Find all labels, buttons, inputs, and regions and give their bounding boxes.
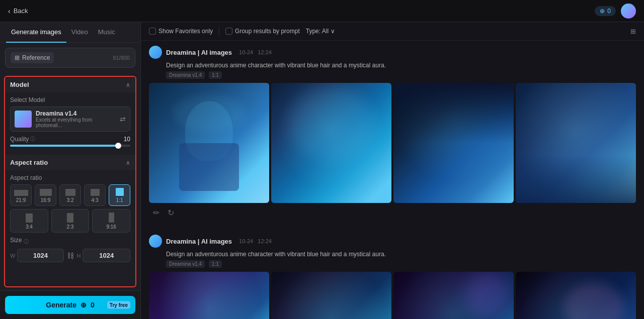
image-icon: ⊞ — [15, 54, 20, 61]
session-2-placeholder-2 — [271, 272, 391, 319]
ar-4-3-label: 4:3 — [92, 197, 99, 203]
ar-16-9[interactable]: 16:9 — [35, 184, 56, 206]
quality-value: 10 — [124, 136, 130, 143]
coin-icon: ⊕ — [600, 8, 605, 15]
ar-3-4-label: 3:4 — [26, 224, 33, 230]
session-1-image-grid — [149, 83, 636, 203]
generate-coins: 0 — [91, 301, 95, 309]
ar-1-1-shape — [116, 188, 124, 196]
session-1-image-2[interactable] — [271, 83, 391, 203]
ar-9-16-shape — [109, 212, 114, 223]
aspect-section-body: Aspect ratio 21:9 16:9 3:2 — [5, 170, 135, 266]
top-navigation: ‹ Back ⊕ 0 — [0, 0, 644, 22]
height-group: H 1024 — [77, 249, 131, 262]
ar-4-3[interactable]: 4:3 — [84, 184, 106, 206]
group-results-filter[interactable]: Group results by prompt — [225, 28, 300, 35]
nav-right: ⊕ 0 — [595, 4, 636, 19]
tab-music[interactable]: Music — [93, 22, 120, 43]
session-1-image-1[interactable] — [149, 83, 269, 203]
ar-9-16-label: 9:16 — [106, 224, 116, 230]
tab-generate-images[interactable]: Generate images — [6, 22, 66, 43]
reference-button[interactable]: ⊞ Reference — [11, 52, 54, 63]
aspect-ratio-label: Aspect ratio — [10, 174, 130, 181]
link-icon[interactable]: ⛓ — [67, 252, 74, 260]
model-section-header[interactable]: Model ∧ — [5, 77, 135, 92]
ar-3-4[interactable]: 3:4 — [10, 209, 48, 233]
ar-21-9-label: 21:9 — [16, 197, 26, 203]
aspect-chevron-icon: ∧ — [126, 159, 130, 166]
avatar[interactable] — [621, 4, 636, 19]
try-free-badge: Try free — [107, 301, 130, 309]
favorites-checkbox[interactable] — [149, 28, 156, 35]
ar-16-9-label: 16:9 — [41, 197, 50, 203]
prompt-area[interactable]: ⊞ Reference 81/800 — [5, 48, 135, 68]
session-2-image-4[interactable] — [516, 272, 636, 319]
quality-info-icon: ⓘ — [30, 136, 35, 143]
ar-2-3-shape — [67, 213, 73, 223]
favorites-label: Show Favorites only — [158, 28, 213, 35]
model-card[interactable]: Dreamina v1.4 Excels at everything from … — [10, 107, 130, 132]
session-2-image-grid — [149, 272, 636, 319]
session-2-meta: Dreamina v1.4 1:1 — [149, 260, 636, 268]
session-1-name: Dreamina | AI images — [166, 49, 232, 56]
slider-thumb[interactable] — [115, 143, 121, 149]
grid-view-button[interactable]: ⊞ — [630, 28, 636, 35]
height-input[interactable]: 1024 — [83, 249, 130, 262]
ar-21-9[interactable]: 21:9 — [10, 184, 32, 206]
ar-3-2-shape — [65, 189, 75, 196]
generate-label: Generate — [46, 301, 76, 309]
aspect-section-header[interactable]: Aspect ratio ∧ — [5, 155, 135, 170]
generate-button[interactable]: Generate ⊕ 0 Try free — [5, 296, 135, 314]
session-2-date: 10-24 12:24 — [239, 238, 272, 244]
highlight-section: Model ∧ Select Model Dreamina v1.4 Excel… — [4, 76, 136, 287]
slider-fill — [10, 145, 118, 147]
session-1-model-tag: Dreamina v1.4 — [166, 71, 205, 79]
session-1-placeholder-4 — [516, 83, 636, 203]
refresh-icon-1[interactable]: ↻ — [166, 206, 176, 220]
chevron-left-icon: ‹ — [8, 7, 11, 15]
height-label: H — [77, 253, 81, 259]
session-2: Dreamina | AI images 10-24 12:24 Design … — [141, 230, 644, 319]
tab-video[interactable]: Video — [66, 22, 93, 43]
aspect-grid-row2: 3:4 2:3 9:16 — [10, 209, 130, 233]
ar-2-3-label: 2:3 — [67, 224, 74, 230]
coin-count: 0 — [607, 8, 611, 15]
grid-icon: ⊞ — [630, 28, 636, 35]
char-count: 81/800 — [113, 55, 130, 61]
ar-3-4-shape — [26, 214, 33, 223]
show-favorites-filter[interactable]: Show Favorites only — [149, 28, 213, 35]
tab-bar: Generate images Video Music — [0, 22, 140, 43]
ar-1-1-label: 1:1 — [116, 197, 123, 203]
model-desc: Excels at everything from photoreali... — [36, 117, 116, 128]
type-dropdown[interactable]: Type: All ∨ — [306, 28, 335, 35]
session-1-meta: Dreamina v1.4 1:1 — [149, 71, 636, 79]
session-1-prompt: Design an adventurous anime character wi… — [149, 62, 636, 69]
quality-slider[interactable] — [10, 145, 130, 147]
model-name: Dreamina v1.4 — [36, 110, 116, 117]
session-2-avatar — [149, 235, 162, 248]
group-label: Group results by prompt — [235, 28, 300, 35]
session-2-model-tag: Dreamina v1.4 — [166, 260, 205, 268]
width-input[interactable]: 1024 — [17, 249, 63, 262]
ar-2-3[interactable]: 2:3 — [51, 209, 90, 233]
model-info: Dreamina v1.4 Excels at everything from … — [36, 110, 116, 128]
generate-area: Generate ⊕ 0 Try free — [0, 290, 140, 319]
ar-9-16[interactable]: 9:16 — [92, 209, 130, 233]
session-2-placeholder-4 — [516, 272, 636, 319]
select-model-label: Select Model — [10, 96, 130, 103]
ar-4-3-shape — [91, 189, 100, 196]
session-2-image-3[interactable] — [393, 272, 514, 319]
session-2-image-2[interactable] — [271, 272, 391, 319]
ar-3-2[interactable]: 3:2 — [59, 184, 81, 206]
session-1-image-4[interactable] — [516, 83, 636, 203]
ar-1-1[interactable]: 1:1 — [109, 184, 130, 206]
filter-bar: Show Favorites only Group results by pro… — [141, 22, 644, 41]
width-label: W — [10, 253, 15, 259]
model-settings-icon[interactable]: ⇄ — [120, 115, 126, 123]
group-checkbox[interactable] — [225, 28, 232, 35]
edit-icon-1[interactable]: ✏ — [151, 206, 162, 220]
session-2-image-1[interactable] — [149, 272, 269, 319]
back-button[interactable]: ‹ Back — [8, 7, 28, 15]
session-1-image-3[interactable] — [393, 83, 514, 203]
type-label: Type: All — [306, 28, 329, 35]
